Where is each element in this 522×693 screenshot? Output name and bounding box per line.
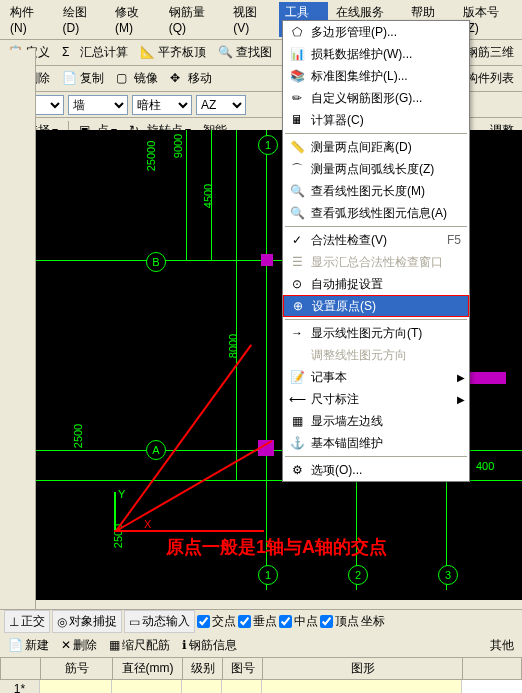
info-icon: ℹ (182, 638, 187, 652)
menu-draw[interactable]: 绘图(D) (57, 2, 108, 37)
menu-std-atlas[interactable]: 📚标准图集维护(L)... (283, 65, 469, 87)
grid-line-1 (266, 130, 267, 590)
menu-options[interactable]: ⚙选项(O)... (283, 459, 469, 481)
mirror-icon: ▢ (116, 71, 132, 87)
length-icon: 🔍 (287, 183, 307, 199)
dimension-text: 8000 (227, 334, 239, 358)
menu-view-arc-info[interactable]: 🔍查看弧形线性图元信息(A) (283, 202, 469, 224)
dimension-text: 25000 (145, 141, 157, 172)
dimension-text: 4500 (202, 184, 214, 208)
menu-auto-snap[interactable]: ⊙自动捕捉设置 (283, 273, 469, 295)
th-level[interactable]: 级别 (183, 658, 223, 679)
menu-steel[interactable]: 钢筋量(Q) (163, 2, 225, 37)
annotation-text: 原点一般是1轴与A轴的交点 (166, 535, 387, 559)
cell[interactable] (262, 680, 462, 693)
steel-table: 筋号 直径(mm) 级别 图号 图形 1* (0, 657, 522, 693)
component-list-button[interactable]: 构件列表 (462, 68, 518, 89)
menu-measure-arc[interactable]: ⌒测量两点间弧线长度(Z) (283, 158, 469, 180)
menu-adjust-direction: 调整线性图元方向 (283, 344, 469, 366)
mirror-button[interactable]: ▢镜像 (112, 68, 162, 89)
th-figure[interactable]: 图形 (263, 658, 463, 679)
snap-icon: ◎ (57, 615, 67, 629)
instance-select[interactable]: AZ (196, 95, 246, 115)
menu-modify[interactable]: 修改(M) (109, 2, 161, 37)
cell[interactable] (40, 680, 112, 693)
menu-wall-edge[interactable]: ▦显示墙左边线 (283, 410, 469, 432)
measure-icon: 📏 (287, 139, 307, 155)
dir-icon: → (287, 325, 307, 341)
component-select[interactable]: 暗柱 (132, 95, 192, 115)
find-image-button[interactable]: 🔍查找图 (214, 42, 276, 63)
submenu-arrow-icon: ▶ (457, 394, 465, 405)
level-icon: 📐 (140, 45, 156, 61)
delete-button2[interactable]: ✕删除 (57, 635, 101, 656)
cell[interactable] (112, 680, 182, 693)
th-diameter[interactable]: 直径(mm) (113, 658, 183, 679)
left-panel (0, 50, 36, 610)
menu-component[interactable]: 构件(N) (4, 2, 55, 37)
obj-snap-toggle[interactable]: ◎对象捕捉 (52, 610, 122, 633)
column-marker (466, 372, 506, 384)
vertex-check[interactable] (320, 615, 333, 628)
menu-measure-dist[interactable]: 📏测量两点间距离(D) (283, 136, 469, 158)
x-label: X (144, 518, 151, 530)
other-button[interactable]: 其他 (486, 635, 518, 656)
gear-icon: ⚙ (287, 462, 307, 478)
menu-show-sum-check: ☰显示汇总合法性检查窗口 (283, 251, 469, 273)
axis-bubble-3: 3 (438, 565, 458, 585)
grid-line (186, 130, 187, 260)
th-figno[interactable]: 图号 (223, 658, 263, 679)
scale-button[interactable]: ▦缩尺配筋 (105, 635, 174, 656)
menu-set-origin[interactable]: ⊕设置原点(S) (283, 295, 469, 317)
steel-info-button[interactable]: ℹ钢筋信息 (178, 635, 241, 656)
th-num[interactable]: 筋号 (41, 658, 113, 679)
perp-check[interactable] (238, 615, 251, 628)
menu-dimension[interactable]: ⟵尺寸标注▶ (283, 388, 469, 410)
row-header: 1* (0, 680, 40, 693)
submenu-arrow-icon: ▶ (457, 372, 465, 383)
dyn-input-toggle[interactable]: ▭动态输入 (124, 610, 195, 633)
move-button[interactable]: ✥移动 (166, 68, 216, 89)
menu-view[interactable]: 视图(V) (227, 2, 277, 37)
annotation-line (116, 440, 273, 532)
mid-check[interactable] (279, 615, 292, 628)
grid-line-b (36, 260, 316, 261)
custom-icon: ✏ (287, 90, 307, 106)
anchor-icon: ⚓ (287, 435, 307, 451)
menu-notepad[interactable]: 📝记事本▶ (283, 366, 469, 388)
menu-view-length[interactable]: 🔍查看线性图元长度(M) (283, 180, 469, 202)
cell[interactable] (222, 680, 262, 693)
axis-bubble-a: A (146, 440, 166, 460)
menu-polygon-manage[interactable]: ⬠多边形管理(P)... (283, 21, 469, 43)
category-select[interactable]: 墙 (68, 95, 128, 115)
ortho-toggle[interactable]: ⊥正交 (4, 610, 50, 633)
new-icon: 📄 (8, 638, 23, 652)
menu-validity-check[interactable]: ✓合法性检查(V)F5 (283, 229, 469, 251)
menu-anchor[interactable]: ⚓基本锚固维护 (283, 432, 469, 454)
origin-y-axis (114, 492, 116, 532)
cell[interactable] (182, 680, 222, 693)
menu-custom-steel[interactable]: ✏自定义钢筋图形(G)... (283, 87, 469, 109)
menu-show-direction[interactable]: →显示线性图元方向(T) (283, 322, 469, 344)
dimension-text: 400 (476, 460, 494, 472)
dim-icon: ⟵ (287, 391, 307, 407)
find-icon: 🔍 (218, 45, 234, 61)
copy-button[interactable]: 📄复制 (58, 68, 108, 89)
th-blank[interactable] (1, 658, 41, 679)
cross-check[interactable] (197, 615, 210, 628)
origin-x-axis (114, 530, 154, 532)
menu-calculator[interactable]: 🖩计算器(C) (283, 109, 469, 131)
delete-icon: ✕ (61, 638, 71, 652)
menu-loss-data[interactable]: 📊损耗数据维护(W)... (283, 43, 469, 65)
grid-line (236, 130, 237, 480)
steel-3d-button[interactable]: 钢筋三维 (462, 42, 518, 63)
table-row[interactable]: 1* (0, 680, 522, 693)
axis-bubble-1: 1 (258, 565, 278, 585)
level-top-button[interactable]: 📐平齐板顶 (136, 42, 210, 63)
new-button[interactable]: 📄新建 (4, 635, 53, 656)
status-bar: ⊥正交 ◎对象捕捉 ▭动态输入 交点 垂点 中点 顶点 坐标 (0, 609, 522, 633)
sum-calc-button[interactable]: Σ汇总计算 (58, 42, 132, 63)
sum-icon: Σ (62, 45, 78, 61)
scale-icon: ▦ (109, 638, 120, 652)
dimension-text: 9000 (172, 134, 184, 158)
